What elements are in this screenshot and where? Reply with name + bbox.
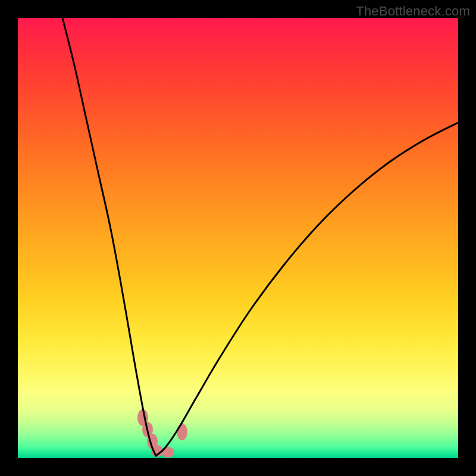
blob-right-1 — [177, 424, 187, 440]
watermark-text: TheBottleneck.com — [356, 4, 470, 19]
chart-svg — [18, 18, 458, 458]
left-branch-curve — [62, 18, 156, 456]
right-branch-curve — [156, 123, 458, 456]
blob-bottom-2 — [161, 447, 174, 458]
chart-frame: TheBottleneck.com — [0, 0, 476, 476]
plot-area — [18, 18, 458, 458]
